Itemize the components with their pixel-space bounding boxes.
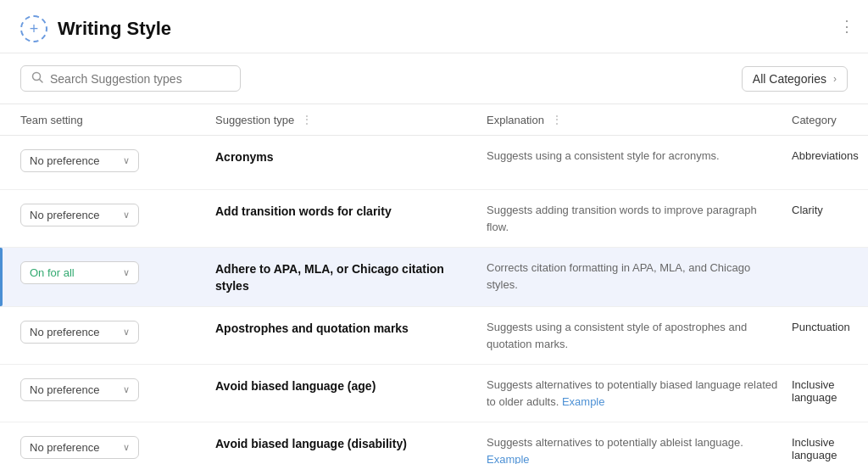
col-explanation: Explanation ⋮ xyxy=(487,113,792,126)
team-setting-value: No preference xyxy=(30,326,99,338)
category-cell: Punctuation xyxy=(792,319,850,333)
dropdown-chevron-icon: ∨ xyxy=(123,210,130,221)
explanation-text: Corrects citation formatting in APA, MLA… xyxy=(487,261,750,291)
category-cell: Inclusive language xyxy=(792,434,848,461)
suggestion-type-cell: Avoid biased language (disability) xyxy=(215,434,487,453)
col-suggestion-type: Suggestion type ⋮ xyxy=(215,113,487,126)
suggestion-type-cell: Acronyms xyxy=(215,148,487,166)
category-value: Inclusive language xyxy=(792,436,837,461)
dropdown-chevron-icon: ∨ xyxy=(123,327,130,338)
category-cell xyxy=(792,260,848,261)
team-setting-cell: No preference ∨ xyxy=(20,434,215,459)
table-row: No preference ∨ Avoid biased language (a… xyxy=(0,365,868,422)
category-value: Clarity xyxy=(792,204,823,216)
team-setting-value: No preference xyxy=(30,441,99,454)
explanation-text: Suggests using a consistent style for ac… xyxy=(487,149,720,162)
suggestion-name: Apostrophes and quotation marks xyxy=(215,321,409,335)
team-setting-value: On for all xyxy=(30,266,75,279)
category-cell: Abbreviations xyxy=(792,148,859,162)
col-team-setting: Team setting xyxy=(20,113,215,126)
explanation-text: Suggests alternatives to potentially abl… xyxy=(487,436,743,449)
team-setting-cell: No preference ∨ xyxy=(20,148,215,172)
search-box[interactable] xyxy=(20,65,241,92)
explanation-cell: Suggests alternatives to potentially bia… xyxy=(487,377,792,410)
suggestion-type-cell: Avoid biased language (age) xyxy=(215,377,487,395)
table-header: Team setting Suggestion type ⋮ Explanati… xyxy=(0,104,868,136)
suggestion-type-cell: Adhere to APA, MLA, or Chicago citation … xyxy=(215,260,487,294)
category-chevron-icon: › xyxy=(833,73,837,85)
page-title: Writing Style xyxy=(58,18,171,40)
category-value: Inclusive language xyxy=(792,378,837,404)
table-row: No preference ∨ Apostrophes and quotatio… xyxy=(0,307,868,365)
category-label: All Categories xyxy=(753,72,826,86)
team-setting-value: No preference xyxy=(30,154,99,167)
dropdown-chevron-icon: ∨ xyxy=(123,384,130,395)
dropdown-chevron-icon: ∨ xyxy=(123,442,130,453)
explanation-text: Suggests using a consistent style of apo… xyxy=(487,321,747,350)
table-row: No preference ∨ Add transition words for… xyxy=(0,190,868,248)
category-value: Abbreviations xyxy=(792,149,859,162)
category-select[interactable]: All Categories › xyxy=(742,66,848,92)
explanation-cell: Suggests using a consistent style of apo… xyxy=(487,319,792,352)
suggestion-type-cell: Apostrophes and quotation marks xyxy=(215,319,487,338)
suggestion-name: Avoid biased language (age) xyxy=(215,379,376,393)
suggestion-name: Adhere to APA, MLA, or Chicago citation … xyxy=(215,262,444,293)
team-setting-dropdown[interactable]: No preference ∨ xyxy=(20,321,139,344)
team-setting-dropdown[interactable]: On for all ∨ xyxy=(20,261,139,284)
explanation-cell: Corrects citation formatting in APA, MLA… xyxy=(487,260,792,293)
team-setting-cell: On for all ∨ xyxy=(20,260,215,284)
category-cell: Inclusive language xyxy=(792,377,848,404)
team-setting-dropdown[interactable]: No preference ∨ xyxy=(20,149,139,172)
team-setting-dropdown[interactable]: No preference ∨ xyxy=(20,204,139,226)
table-row: No preference ∨ Acronyms Suggests using … xyxy=(0,136,868,190)
dropdown-chevron-icon: ∨ xyxy=(123,267,130,278)
toolbar: All Categories › xyxy=(0,53,868,104)
explanation-link[interactable]: Example xyxy=(562,395,605,408)
search-icon xyxy=(31,71,43,86)
table-body: No preference ∨ Acronyms Suggests using … xyxy=(0,136,868,464)
suggestion-type-cell: Add transition words for clarity xyxy=(215,202,487,221)
page-header: + Writing Style ⋮ xyxy=(0,0,868,53)
suggestion-name: Avoid biased language (disability) xyxy=(215,437,407,450)
category-cell: Clarity xyxy=(792,202,848,216)
table-row: On for all ∨ Adhere to APA, MLA, or Chic… xyxy=(0,248,868,307)
team-setting-cell: No preference ∨ xyxy=(20,319,215,344)
explanation-cell: Suggests using a consistent style for ac… xyxy=(487,148,792,165)
explanation-cell: Suggests adding transition words to impr… xyxy=(487,202,792,235)
col-dots-icon[interactable]: ⋮ xyxy=(301,113,313,126)
add-icon[interactable]: + xyxy=(20,15,47,42)
svg-line-1 xyxy=(40,80,43,83)
explanation-link[interactable]: Example xyxy=(487,453,530,464)
explanation-text: Suggests alternatives to potentially bia… xyxy=(487,378,777,408)
team-setting-value: No preference xyxy=(30,383,99,396)
suggestion-name: Add transition words for clarity xyxy=(215,204,392,218)
team-setting-dropdown[interactable]: No preference ∨ xyxy=(20,436,139,459)
team-setting-cell: No preference ∨ xyxy=(20,377,215,401)
more-options-icon[interactable]: ⋮ xyxy=(839,17,854,36)
dropdown-chevron-icon: ∨ xyxy=(123,155,130,166)
team-setting-value: No preference xyxy=(30,209,99,221)
explanation-text: Suggests adding transition words to impr… xyxy=(487,204,757,233)
explanation-cell: Suggests alternatives to potentially abl… xyxy=(487,434,792,464)
col-dots-icon[interactable]: ⋮ xyxy=(551,113,563,126)
suggestion-name: Acronyms xyxy=(215,150,273,164)
team-setting-cell: No preference ∨ xyxy=(20,202,215,226)
team-setting-dropdown[interactable]: No preference ∨ xyxy=(20,378,139,401)
col-category: Category xyxy=(792,113,848,126)
table-row: No preference ∨ Avoid biased language (d… xyxy=(0,422,868,464)
category-value: Punctuation xyxy=(792,321,850,333)
search-input[interactable] xyxy=(50,72,230,86)
